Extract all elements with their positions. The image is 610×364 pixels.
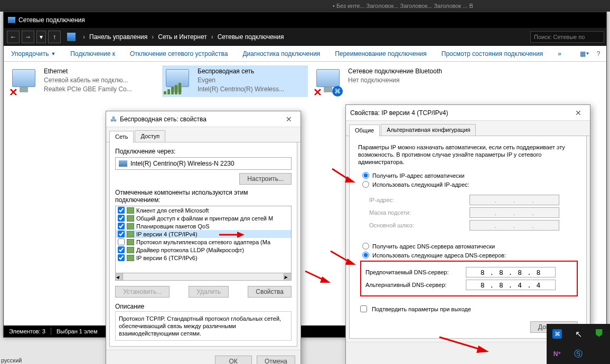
dns-fields-highlighted: Предпочитаемый DNS-сервер:8 . 8 . 8 . 8 … — [360, 261, 578, 296]
tool-disable[interactable]: Отключение сетевого устройства — [123, 50, 235, 58]
conn-status: Evgen — [198, 76, 284, 85]
comp-checkbox[interactable] — [118, 223, 125, 229]
alt-dns-input[interactable]: 8 . 8 . 4 . 4 — [466, 280, 556, 290]
radio-auto-ip[interactable]: Получить IP-адрес автоматически — [362, 172, 578, 179]
wifi-bars-icon — [164, 83, 181, 94]
tool-diagnose[interactable]: Диагностика подключения — [235, 50, 327, 58]
h-scrollbar[interactable]: ◂▸ — [115, 273, 292, 281]
nav-back-button[interactable]: ← — [7, 31, 20, 43]
tray-onenote-icon[interactable]: N⁺ — [547, 344, 568, 364]
description-text: Протокол TCP/IP. Стандартный протокол гл… — [115, 311, 292, 341]
nav-up-button[interactable]: ↑ — [48, 31, 61, 43]
status-count: Элементов: 3 — [9, 328, 45, 334]
adapter-icon: 🖧 — [110, 116, 117, 123]
tool-rename[interactable]: Переименование подключения — [327, 50, 434, 58]
control-panel-icon — [67, 33, 76, 41]
comp-checkbox[interactable] — [118, 246, 125, 253]
comp-item[interactable]: Общий доступ к файлам и принтерам для се… — [116, 214, 291, 222]
comp-checkbox[interactable] — [118, 254, 125, 261]
conn-status: Нет подключения — [348, 76, 442, 85]
tool-connect-to[interactable]: Подключение к — [63, 50, 123, 58]
connection-wireless[interactable]: Беспроводная сеть Evgen Intel(R) Centrin… — [162, 65, 308, 97]
tab-network[interactable]: Сеть — [109, 131, 134, 142]
radio-manual-dns[interactable]: Использовать следующие адреса DNS-сервер… — [362, 252, 578, 258]
crumb-3[interactable]: Сетевые подключения — [218, 33, 284, 41]
help-button[interactable]: ? — [593, 48, 604, 60]
component-icon — [127, 207, 134, 214]
tab-sharing[interactable]: Доступ — [135, 130, 165, 142]
comp-item[interactable]: Планировщик пакетов QoS — [116, 222, 291, 230]
gateway-input: . . . — [470, 220, 559, 231]
properties-button[interactable]: Свойства — [248, 286, 292, 298]
network-icon — [8, 17, 15, 23]
tray-cursor-icon[interactable]: ↖ — [568, 324, 589, 344]
remove-button[interactable]: Удалить — [189, 286, 229, 298]
tray-defender-icon[interactable]: ⛊ — [589, 324, 610, 344]
comp-item[interactable]: IP версии 6 (TCP/IPv6) — [116, 254, 291, 262]
browser-tab-hints: • Без инте... Заголовок... Заголовок... … — [333, 3, 473, 9]
toolbar: Упорядочить▼ Подключение к Отключение се… — [4, 46, 606, 62]
comp-item[interactable]: Протокол мультиплексора сетевого адаптер… — [116, 238, 291, 246]
components-label: Отмеченные компоненты используются этим … — [115, 189, 292, 204]
radio-manual-ip[interactable]: Использовать следующий IP-адрес: — [362, 181, 578, 188]
crumb-2[interactable]: Сеть и Интернет — [158, 33, 207, 41]
comp-checkbox[interactable] — [118, 238, 125, 245]
conn-status: Сетевой кабель не подклю... — [44, 76, 132, 85]
conn-name: Сетевое подключение Bluetooth — [348, 67, 442, 76]
comp-checkbox[interactable] — [118, 207, 125, 214]
close-button[interactable]: ✕ — [571, 109, 586, 117]
validate-checkbox[interactable]: Подтвердить параметры при выходе — [358, 304, 578, 314]
tab-alternate[interactable]: Альтернативная конфигурация — [381, 124, 476, 136]
comp-item[interactable]: Драйвер протокола LLDP (Майкрософт) — [116, 246, 291, 254]
nav-fwd-button[interactable]: → — [22, 31, 34, 43]
dialog-title: Беспроводная сеть: свойства — [120, 116, 207, 123]
close-button[interactable]: ✕ — [281, 115, 296, 123]
language-indicator: русский — [1, 357, 22, 363]
component-icon — [127, 223, 134, 229]
status-selected: Выбран 1 элем — [57, 328, 98, 334]
tool-organize[interactable]: Упорядочить▼ — [4, 50, 63, 58]
connect-via-label: Подключение через: — [115, 148, 292, 155]
pref-dns-input[interactable]: 8 . 8 . 8 . 8 — [466, 267, 556, 277]
comp-item[interactable]: Клиент для сетей Microsoft — [116, 206, 291, 214]
nav-history-button[interactable]: ▾ — [36, 31, 46, 43]
crumb-1[interactable]: Панель управления — [89, 33, 147, 41]
tray-bluetooth-icon[interactable]: ⌘ — [547, 324, 568, 344]
conn-adapter: Intel(R) Centrino(R) Wireless... — [198, 85, 284, 94]
connection-bluetooth[interactable]: ✕ ⌘ Сетевое подключение Bluetooth Нет по… — [314, 67, 462, 95]
ip-address-input: . . . — [470, 195, 559, 205]
comp-item-ipv4[interactable]: IP версии 4 (TCP/IPv4) — [116, 230, 291, 238]
adapter-name: Intel(R) Centrino(R) Wireless-N 2230 — [130, 160, 234, 167]
bluetooth-icon: ⌘ — [332, 86, 343, 97]
tray-skype-icon[interactable]: Ⓢ — [568, 344, 589, 364]
component-icon — [127, 239, 134, 245]
address-bar: ← → ▾ ↑ › Панель управления › Сеть и Инт… — [4, 28, 606, 46]
radio-auto-dns[interactable]: Получить адрес DNS-сервера автоматически — [362, 243, 578, 250]
conn-adapter: Realtek PCIe GBE Family Co... — [44, 85, 132, 94]
component-icon — [127, 255, 134, 261]
tool-more[interactable]: » — [550, 50, 569, 58]
tool-status[interactable]: Просмотр состояния подключения — [434, 50, 550, 58]
ip-address-label: IP-адрес: — [369, 197, 470, 203]
disconnected-icon: ✕ — [9, 86, 20, 97]
alt-dns-label: Альтернативный DNS-сервер: — [365, 282, 466, 288]
configure-button[interactable]: Настроить... — [239, 173, 292, 185]
connection-ethernet[interactable]: ✕ Ethernet Сетевой кабель не подклю... R… — [10, 67, 158, 95]
window-titlebar: Сетевые подключения — [4, 12, 606, 28]
component-icon — [127, 247, 134, 253]
dialog-title: Свойства: IP версии 4 (TCP/IPv4) — [350, 109, 448, 117]
cancel-button[interactable]: Отмена — [257, 356, 295, 364]
subnet-mask-label: Маска подсети: — [369, 209, 470, 216]
view-layout-button[interactable]: ▦▼ — [579, 48, 590, 60]
ok-button[interactable]: ОК — [215, 356, 252, 364]
comp-checkbox[interactable] — [118, 231, 125, 237]
adapter-field: Intel(R) Centrino(R) Wireless-N 2230 — [115, 157, 292, 170]
tab-general[interactable]: Общие — [349, 124, 380, 136]
window-title: Сетевые подключения — [18, 16, 85, 24]
component-icon — [127, 215, 134, 222]
conn-name: Беспроводная сеть — [198, 67, 284, 76]
search-input[interactable]: Поиск: Сетевые по — [530, 31, 604, 43]
comp-checkbox[interactable] — [118, 215, 125, 222]
components-list[interactable]: Клиент для сетей Microsoft Общий доступ … — [115, 206, 292, 273]
install-button[interactable]: Установить... — [115, 286, 170, 298]
